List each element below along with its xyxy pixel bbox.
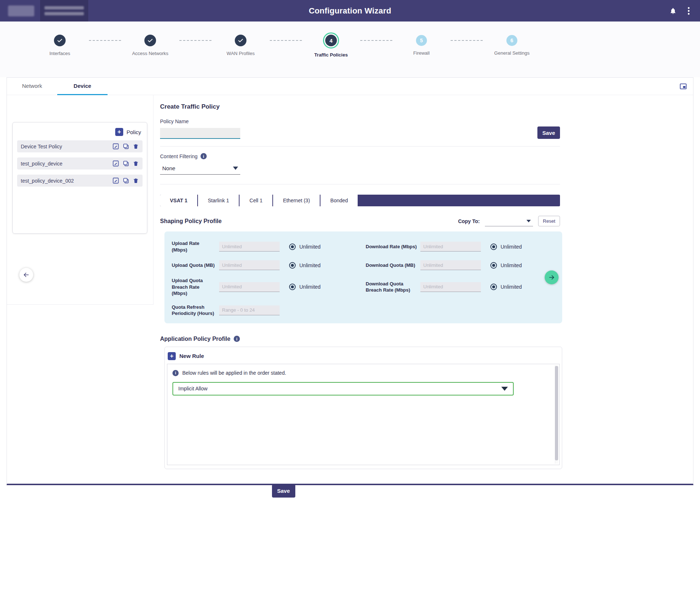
divider [160,184,560,184]
info-icon: i [172,370,179,376]
rules-list-box: i Below rules will be applied in the ord… [167,364,560,465]
step-general-settings[interactable]: 6 General Settings [483,35,541,56]
stepper-connector [270,40,302,41]
download-quota-breach-unlimited-radio[interactable] [490,284,497,290]
new-rule-label[interactable]: New Rule [179,353,204,359]
step-number: 6 [506,35,517,46]
edit-policy-icon[interactable] [112,177,119,184]
content-filtering-label: Content Filtering [160,153,198,159]
interface-tab-bar: VSAT 1 Starlink 1 Cell 1 Ethernet (3) Bo… [160,195,560,206]
upload-quota-label: Upload Quota (MB) [172,262,216,269]
chevron-down-icon [526,220,531,222]
upload-rate-label: Upload Rate (Mbps) [172,240,216,253]
delete-policy-icon[interactable] [133,160,139,167]
tab-cell-1[interactable]: Cell 1 [240,195,273,206]
stepper-connector [360,40,392,41]
step-wan-profiles[interactable]: WAN Profiles [211,35,270,56]
edit-policy-icon[interactable] [112,160,119,167]
info-icon[interactable]: i [234,336,240,342]
unlimited-label: Unlimited [299,284,331,290]
download-quota-label: Download Quota (MB) [366,262,417,269]
unlimited-label: Unlimited [501,284,532,290]
download-quota-breach-rate-input[interactable] [420,282,481,292]
upload-quota-breach-unlimited-radio[interactable] [289,284,296,290]
site-name-block [40,0,88,22]
add-rule-plus-icon[interactable]: + [168,352,176,360]
policy-name: test_policy_device_002 [21,178,74,184]
info-icon[interactable]: i [201,153,207,159]
delete-policy-icon[interactable] [133,143,139,150]
next-interface-button[interactable] [545,270,559,284]
step-firewall[interactable]: 5 Firewall [392,35,451,56]
notifications-bell-icon[interactable] [669,7,677,15]
step-label: Firewall [413,50,430,56]
content-filtering-select[interactable]: None [160,162,240,175]
unlimited-label: Unlimited [299,262,331,268]
tab-device[interactable]: Device [57,78,108,95]
tab-network[interactable]: Network [7,78,57,95]
stepper-connector [179,40,211,41]
save-policy-button[interactable]: Save [537,126,560,139]
upload-rate-unlimited-radio[interactable] [289,243,296,250]
quota-refresh-periodicity-label: Quota Refresh Periodicity (Hours) [172,304,216,317]
chevron-down-icon [233,167,238,170]
copy-policy-icon[interactable] [122,177,129,184]
tab-starlink-1[interactable]: Starlink 1 [198,195,240,206]
upload-quota-unlimited-radio[interactable] [289,262,296,269]
upload-rate-input[interactable] [219,242,280,252]
expand-window-icon[interactable] [679,82,687,92]
step-traffic-policies[interactable]: 4 Traffic Policies [302,35,360,58]
policy-name: test_policy_device [21,161,62,167]
download-rate-label: Download Rate (Mbps) [366,243,417,250]
step-label: Interfaces [49,51,70,56]
edit-policy-icon[interactable] [112,143,119,150]
upload-quota-input[interactable] [219,260,280,270]
step-access-networks[interactable]: Access Networks [121,35,179,56]
download-rate-input[interactable] [420,242,481,252]
policy-list-column: + Policy Device Test Policy test_policy_… [7,95,153,305]
add-policy-label[interactable]: Policy [127,129,141,135]
reset-button[interactable]: Reset [538,216,560,226]
back-button[interactable] [19,268,33,282]
shaping-fields-panel: Upload Rate (Mbps) Unlimited Download Ra… [164,231,562,323]
policy-name-input[interactable] [160,128,240,139]
delete-policy-icon[interactable] [133,177,139,184]
download-rate-unlimited-radio[interactable] [490,243,497,250]
step-number: 4 [325,35,337,46]
tab-ethernet-3[interactable]: Ethernet (3) [273,195,320,206]
policy-list-item[interactable]: test_policy_device [17,157,143,169]
scrollbar-track[interactable] [555,365,558,464]
copy-policy-icon[interactable] [122,160,129,167]
save-button[interactable]: Save [272,484,295,498]
quota-refresh-periodicity-input[interactable] [219,305,280,315]
implicit-allow-rule[interactable]: Implicit Allow [172,382,514,395]
copy-policy-icon[interactable] [122,143,129,150]
step-complete-icon [144,35,156,46]
step-label: Access Networks [132,51,168,56]
shaping-policy-title: Shaping Policy Profile [160,218,222,225]
network-device-tabs: Network Device [7,78,693,95]
policy-list-card: + Policy Device Test Policy test_policy_… [12,122,147,234]
copy-to-select[interactable] [485,216,533,226]
app-header: Configuration Wizard [0,0,700,22]
add-policy-plus-icon[interactable]: + [115,128,123,136]
brand-logo [8,5,34,16]
divider [160,146,560,147]
kebab-menu-icon[interactable] [688,7,690,15]
scrollbar-thumb[interactable] [555,366,558,460]
upload-quota-breach-rate-input[interactable] [219,282,280,292]
step-active-ring: 4 [323,32,339,48]
policy-list-item[interactable]: Device Test Policy [17,140,143,152]
tab-vsat-1[interactable]: VSAT 1 [160,195,198,206]
download-quota-input[interactable] [420,260,481,270]
unlimited-label: Unlimited [501,244,532,250]
tab-bonded[interactable]: Bonded [320,195,358,206]
rule-name: Implicit Allow [178,386,207,391]
step-complete-icon [235,35,246,46]
download-quota-unlimited-radio[interactable] [490,262,497,269]
step-interfaces[interactable]: Interfaces [31,35,89,56]
policy-list-item[interactable]: test_policy_device_002 [17,175,143,187]
policy-name: Device Test Policy [21,144,62,149]
page-title: Configuration Wizard [309,6,391,16]
rules-order-info-text: Below rules will be applied in the order… [182,370,286,376]
